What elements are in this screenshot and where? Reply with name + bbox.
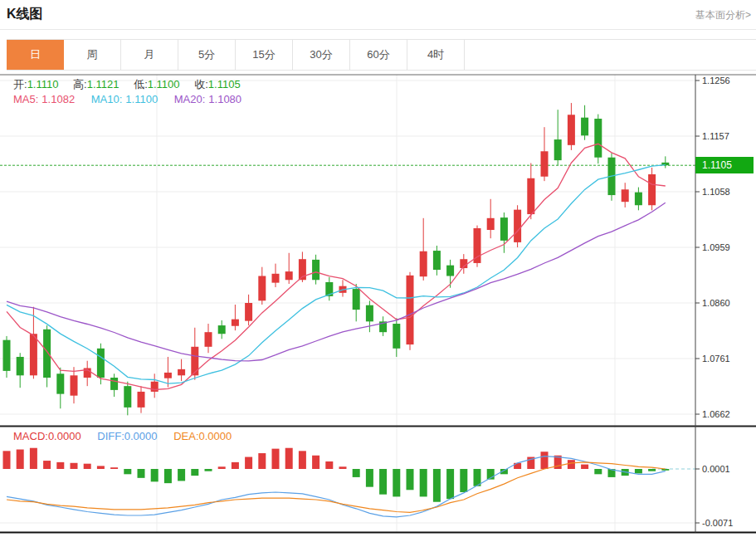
candle <box>393 324 400 349</box>
macd-bar <box>110 467 118 469</box>
ohlc-legend: 开:1.1110 高:1.1121 低:1.1100 收:1.1105 <box>13 77 252 92</box>
candle <box>178 369 185 375</box>
macd-bar <box>258 453 266 469</box>
macd-bar <box>272 449 280 469</box>
candle <box>258 276 266 301</box>
ma-legend: MA5:1.1082 MA10:1.1100 MA20:1.1080 <box>13 93 255 105</box>
candle <box>500 217 508 241</box>
macd-bar <box>43 461 51 469</box>
macd-bar <box>661 469 669 471</box>
candle <box>30 334 37 375</box>
diff-value-legend: DIFF:0.0000 <box>97 430 157 442</box>
candle <box>648 174 656 205</box>
macd-bar <box>581 465 588 469</box>
candle <box>420 251 427 276</box>
current-price-badge: 1.1105 <box>695 157 754 173</box>
dea-line <box>7 462 666 513</box>
candle <box>366 305 373 322</box>
macd-bar <box>299 451 306 469</box>
macd-bar <box>594 469 602 474</box>
candle <box>164 373 172 378</box>
macd-bar <box>433 469 441 502</box>
macd-bar <box>541 452 549 469</box>
ma10-legend: MA10:1.1100 <box>91 93 158 105</box>
macd-bar <box>191 469 198 476</box>
candle <box>245 303 252 321</box>
macd-bar <box>353 469 360 477</box>
macd-bar <box>124 469 131 474</box>
candle <box>635 193 642 206</box>
macd-bar <box>3 451 11 469</box>
macd-bar <box>635 469 642 473</box>
macd-bar <box>56 462 64 469</box>
candle <box>218 325 226 334</box>
ma5-line <box>7 144 666 389</box>
axis-tick-label: 1.0959 <box>702 242 730 252</box>
macd-bar <box>366 469 373 487</box>
macd-bar <box>514 463 521 469</box>
candle <box>433 251 441 270</box>
macd-bar <box>460 469 467 492</box>
macd-bar <box>205 469 212 471</box>
candle <box>474 228 481 263</box>
low-value: 1.1100 <box>148 78 180 90</box>
macd-bar <box>446 469 454 499</box>
macd-bar <box>218 466 226 469</box>
candle <box>446 266 454 276</box>
candle <box>56 373 64 393</box>
open-value: 1.1110 <box>27 78 59 90</box>
candle <box>138 392 145 408</box>
kline-app: K线图 基本面分析> 日周月5分15分30分60分4时 1.12561.1157… <box>0 0 756 537</box>
macd-bar <box>648 469 656 471</box>
dea-value-legend: DEA:0.0000 <box>173 430 232 442</box>
macd-bar <box>379 469 387 495</box>
high-value: 1.1121 <box>87 78 119 90</box>
ma5-legend: MA5:1.1082 <box>13 93 75 105</box>
macd-bar <box>285 448 293 469</box>
candle <box>17 357 24 375</box>
candle <box>568 115 575 145</box>
macd-bar <box>164 469 172 483</box>
macd-bar <box>97 466 105 469</box>
candle <box>43 330 51 378</box>
macd-bar <box>17 450 24 469</box>
axis-tick-label: 1.1058 <box>702 187 730 197</box>
macd-bar <box>151 469 159 481</box>
candle <box>285 271 293 280</box>
candle <box>487 218 495 230</box>
macd-bar <box>312 456 319 469</box>
macd-bar <box>84 464 91 469</box>
macd-legend: MACD:0.0000 DIFF:0.0000 DEA:0.0000 <box>13 430 245 442</box>
macd-bar <box>71 463 78 469</box>
macd-bar <box>339 466 347 469</box>
candle <box>514 210 521 242</box>
candle <box>124 386 131 408</box>
axis-tick-label: -0.0071 <box>702 518 733 528</box>
candle <box>407 276 414 344</box>
candle <box>205 332 212 347</box>
candle <box>622 189 629 202</box>
candle <box>71 375 78 395</box>
high-label: 高: <box>73 78 87 90</box>
macd-bar <box>232 462 239 469</box>
macd-bar <box>138 469 145 478</box>
axis-tick-label: 1.0662 <box>702 409 730 419</box>
axis-tick-label: 1.1157 <box>702 131 729 141</box>
macd-bar <box>420 469 427 496</box>
close-value: 1.1105 <box>208 78 241 90</box>
candle <box>97 349 105 378</box>
diff-line <box>7 456 666 517</box>
candle <box>272 274 280 283</box>
candle <box>232 320 239 326</box>
macd-bar <box>393 469 400 496</box>
candle <box>594 119 602 158</box>
close-label: 收: <box>194 78 208 90</box>
axis-tick-label: 1.1256 <box>702 76 730 85</box>
candle <box>110 378 118 390</box>
candle <box>3 340 11 371</box>
ma20-legend: MA20:1.1080 <box>174 93 241 105</box>
macd-bar <box>178 469 185 481</box>
axis-tick-label: 1.0860 <box>702 298 730 308</box>
candle <box>312 260 319 280</box>
candle <box>353 289 360 310</box>
